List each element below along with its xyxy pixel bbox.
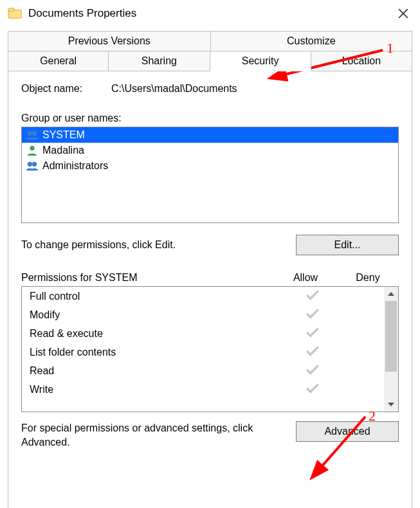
titlebar: Documents Properties — [0, 0, 420, 27]
permission-row: Read — [22, 361, 384, 380]
edit-button[interactable]: Edit... — [296, 235, 399, 255]
list-item-label: SYSTEM — [42, 129, 85, 141]
folder-icon — [8, 6, 22, 21]
tab-general[interactable]: General — [8, 51, 109, 71]
allow-check-icon — [277, 289, 348, 303]
list-item[interactable]: SYSTEM — [22, 127, 398, 143]
scroll-up-button[interactable] — [384, 287, 398, 301]
allow-check-icon — [277, 383, 348, 396]
svg-point-8 — [32, 162, 37, 167]
tabs: Previous Versions Customize General Shar… — [8, 31, 412, 71]
change-permissions-text: To change permissions, click Edit. — [21, 239, 296, 251]
object-name-value: C:\Users\madal\Documents — [111, 83, 237, 95]
close-button[interactable] — [390, 1, 416, 26]
permission-row: Read & execute — [22, 324, 384, 343]
allow-check-icon — [277, 327, 348, 340]
permission-name: Write — [30, 384, 277, 395]
group-icon — [26, 160, 39, 172]
user-icon — [26, 145, 39, 156]
tab-sharing[interactable]: Sharing — [109, 51, 210, 71]
svg-point-7 — [28, 162, 32, 167]
tab-previous-versions[interactable]: Previous Versions — [8, 31, 210, 51]
permission-row: List folder contents — [22, 343, 384, 361]
list-item-label: Administrators — [42, 160, 108, 172]
group-icon — [26, 129, 39, 141]
object-name-label: Object name: — [21, 83, 111, 95]
advanced-text: For special permissions or advanced sett… — [21, 421, 296, 449]
permission-row: Write — [22, 380, 384, 399]
permission-row: Full control — [22, 287, 384, 305]
tab-customize[interactable]: Customize — [210, 31, 413, 51]
allow-check-icon — [277, 345, 348, 359]
list-item[interactable]: Administrators — [22, 158, 398, 174]
permissions-list: Full controlModifyRead & executeList fol… — [21, 286, 399, 412]
svg-point-5 — [32, 131, 37, 136]
deny-column-header: Deny — [341, 272, 399, 284]
svg-point-4 — [28, 131, 32, 136]
svg-rect-1 — [8, 8, 14, 12]
scroll-thumb[interactable] — [385, 301, 397, 372]
allow-check-icon — [277, 364, 348, 377]
scroll-down-button[interactable] — [384, 397, 398, 412]
permissions-header: Permissions for SYSTEM — [21, 272, 270, 284]
permission-name: Read & execute — [30, 328, 277, 340]
list-item-label: Madalina — [42, 145, 84, 156]
permission-name: Modify — [30, 309, 277, 321]
properties-window: Documents Properties Previous Versions C… — [0, 0, 420, 508]
tab-security[interactable]: Security — [210, 51, 311, 71]
group-user-names-list[interactable]: SYSTEMMadalinaAdministrators — [21, 127, 399, 223]
allow-column-header: Allow — [270, 272, 341, 284]
scrollbar[interactable] — [384, 287, 398, 412]
window-title: Documents Properties — [28, 7, 390, 20]
allow-check-icon — [277, 308, 348, 322]
permission-row: Modify — [22, 305, 384, 324]
list-item[interactable]: Madalina — [22, 143, 398, 158]
group-user-names-label: Group or user names: — [21, 113, 399, 124]
permission-name: Read — [30, 365, 277, 377]
permission-name: List folder contents — [30, 347, 277, 358]
tab-location[interactable]: Location — [311, 51, 412, 71]
permission-name: Full control — [30, 291, 277, 302]
advanced-button[interactable]: Advanced — [296, 421, 399, 442]
svg-point-6 — [30, 146, 34, 150]
tab-content: Object name: C:\Users\madal\Documents Gr… — [8, 71, 412, 508]
scroll-track[interactable] — [384, 301, 398, 397]
